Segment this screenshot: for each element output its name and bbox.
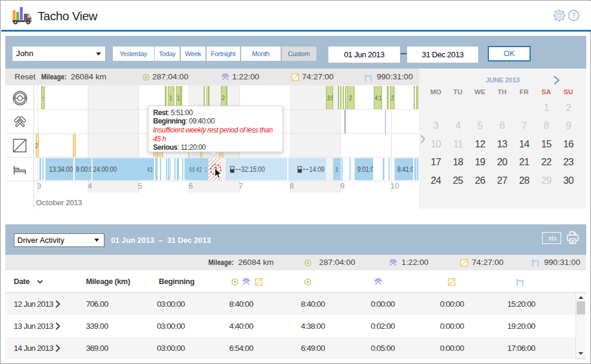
svg-text:?: ? [571, 11, 575, 20]
